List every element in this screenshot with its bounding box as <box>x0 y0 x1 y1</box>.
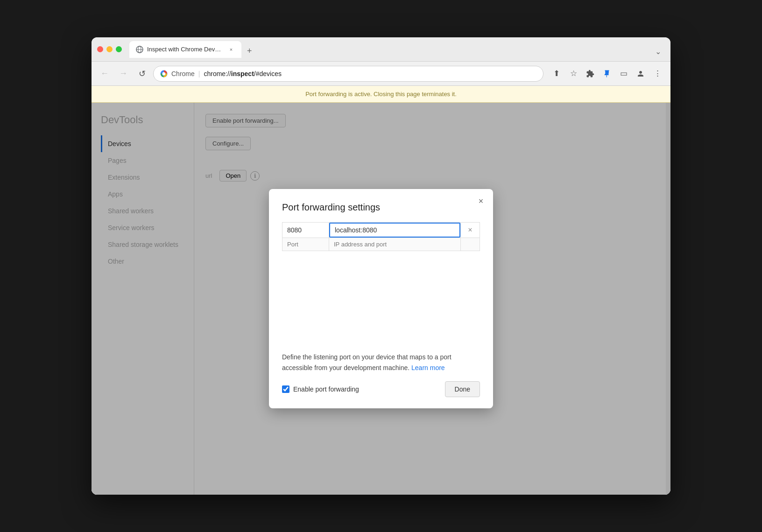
modal-bottom-row: Enable port forwarding Done <box>282 381 480 397</box>
title-bar: Inspect with Chrome Develope × + ⌄ <box>92 37 670 62</box>
extensions-icon <box>586 70 594 78</box>
delete-entry-button[interactable]: × <box>461 223 480 237</box>
tab-bar: Inspect with Chrome Develope × + ⌄ <box>129 41 665 58</box>
new-tab-button[interactable]: + <box>243 44 256 58</box>
extensions-button[interactable] <box>583 66 598 81</box>
omnibox-separator: | <box>198 70 200 77</box>
tab-label: Inspect with Chrome Develope <box>147 46 224 53</box>
forward-button[interactable]: → <box>116 66 131 81</box>
port-header-cell: Port <box>282 238 329 251</box>
tab-list-button[interactable]: ⌄ <box>651 45 665 58</box>
port-header-label: Port <box>287 241 298 248</box>
address-header-cell: IP address and port <box>329 238 461 251</box>
back-button[interactable]: ← <box>97 66 112 81</box>
reload-button[interactable]: ↺ <box>134 66 149 81</box>
tab-close-button[interactable]: × <box>227 46 235 53</box>
share-button[interactable]: ⬆ <box>549 66 564 81</box>
modal-overlay: × Port forwarding settings <box>92 103 670 495</box>
browser-content: Port forwarding is active. Closing this … <box>92 86 670 495</box>
enable-port-forwarding-checkbox[interactable] <box>282 385 289 393</box>
tab-favicon-icon <box>136 46 143 53</box>
browser-window: Inspect with Chrome Develope × + ⌄ ← → ↺… <box>92 37 670 495</box>
profile-button[interactable] <box>633 66 648 81</box>
close-window-button[interactable] <box>97 46 103 52</box>
minimize-window-button[interactable] <box>106 46 113 52</box>
address-input[interactable] <box>329 223 460 238</box>
delete-cell: × <box>461 223 480 238</box>
port-forwarding-table: × Port IP address and port <box>282 222 480 251</box>
toolbar: ← → ↺ Chrome | chrome://inspect/#devices… <box>92 62 670 86</box>
enable-port-forwarding-checkbox-label[interactable]: Enable port forwarding <box>282 385 359 393</box>
maximize-window-button[interactable] <box>116 46 122 52</box>
port-forwarding-entry-row: × <box>282 223 480 238</box>
port-cell <box>282 223 329 238</box>
modal-description: Define the listening port on your device… <box>282 352 480 373</box>
page-content: DevTools Devices Pages Extensions Apps <box>92 103 670 495</box>
sidebar-button[interactable]: ▭ <box>616 66 631 81</box>
chrome-logo-icon <box>160 70 168 77</box>
learn-more-link[interactable]: Learn more <box>411 364 445 371</box>
active-tab[interactable]: Inspect with Chrome Develope × <box>129 41 241 58</box>
omnibox-chrome-label: Chrome <box>171 70 195 77</box>
pin-icon <box>603 70 611 78</box>
address-cell <box>329 223 461 238</box>
omnibox[interactable]: Chrome | chrome://inspect/#devices <box>153 66 543 82</box>
done-button[interactable]: Done <box>445 381 480 397</box>
delete-header-cell <box>461 238 480 251</box>
menu-button[interactable]: ⋮ <box>650 66 665 81</box>
checkbox-label-text: Enable port forwarding <box>293 385 359 393</box>
banner-text: Port forwarding is active. Closing this … <box>305 91 457 98</box>
omnibox-actions: ⬆ ☆ ▭ ⋮ <box>549 66 665 81</box>
port-forwarding-modal: × Port forwarding settings <box>269 189 493 408</box>
traffic-lights <box>97 46 122 52</box>
bookmark-button[interactable]: ☆ <box>566 66 581 81</box>
port-forwarding-header-row: Port IP address and port <box>282 238 480 251</box>
omnibox-url: chrome://inspect/#devices <box>204 70 536 77</box>
port-input[interactable] <box>282 223 329 238</box>
modal-close-button[interactable]: × <box>474 195 487 208</box>
address-header-label: IP address and port <box>334 241 387 248</box>
devtools-pin-button[interactable] <box>600 66 614 81</box>
port-forwarding-banner: Port forwarding is active. Closing this … <box>92 86 670 103</box>
port-forwarding-empty-area <box>282 259 480 352</box>
omnibox-url-bold: inspect <box>231 70 254 77</box>
profile-icon <box>636 70 645 78</box>
modal-title: Port forwarding settings <box>282 202 480 213</box>
